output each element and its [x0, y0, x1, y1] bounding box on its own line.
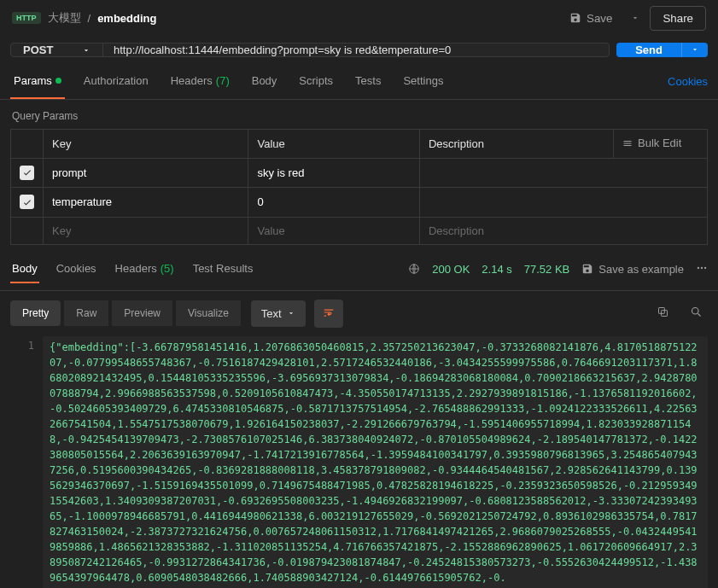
chevron-down-icon	[287, 309, 295, 317]
column-value: Value	[248, 130, 419, 159]
wrap-toggle-button[interactable]	[314, 300, 343, 328]
breadcrumb-actions: Save Share	[561, 6, 706, 31]
chevron-down-icon	[82, 46, 90, 55]
send-dropdown-button[interactable]	[681, 43, 708, 57]
row-value[interactable]: 0	[248, 188, 419, 218]
resp-tab-headers-label: Headers	[115, 262, 157, 275]
resp-tab-body[interactable]: Body	[10, 255, 39, 283]
save-dropdown-button[interactable]	[628, 7, 643, 30]
breadcrumb-current: embedding	[97, 12, 156, 25]
response-bar: Body Cookies Headers (5) Test Results 20…	[0, 248, 718, 291]
save-icon	[569, 12, 581, 24]
save-icon	[581, 263, 593, 275]
svg-point-6	[692, 308, 699, 315]
wrap-icon	[323, 306, 335, 318]
row-desc[interactable]	[419, 158, 707, 188]
url-input[interactable]	[103, 44, 609, 56]
table-row[interactable]: temperature 0	[11, 188, 708, 218]
view-preview[interactable]: Preview	[112, 300, 172, 326]
view-tabs: Pretty Raw Preview Visualize Text	[10, 300, 343, 328]
tab-tests[interactable]: Tests	[352, 64, 384, 99]
placeholder-desc[interactable]: Description	[419, 217, 707, 244]
more-icon	[696, 262, 708, 274]
send-button[interactable]: Send	[616, 43, 681, 57]
check-icon	[22, 167, 32, 178]
send-group: Send	[616, 43, 708, 57]
response-meta: 200 OK 2.14 s 77.52 KB Save as example	[408, 262, 708, 277]
row-value[interactable]: sky is red	[248, 158, 419, 188]
breadcrumb: HTTP 大模型 / embedding	[12, 10, 156, 26]
resp-tab-headers-count: (5)	[161, 262, 174, 275]
response-size: 77.52 KB	[524, 263, 570, 276]
line-number-gutter: 1	[10, 336, 43, 589]
request-tabs: Params Authorization Headers (7) Body Sc…	[0, 64, 718, 100]
cookies-link[interactable]: Cookies	[668, 75, 708, 88]
params-header-row: Key Value Description Bulk Edit	[11, 130, 708, 159]
svg-point-2	[701, 266, 703, 268]
request-tabs-left: Params Authorization Headers (7) Body Sc…	[10, 64, 447, 99]
view-pretty[interactable]: Pretty	[10, 300, 61, 326]
table-row[interactable]: prompt sky is red	[11, 158, 708, 188]
view-actions	[651, 300, 708, 326]
header-checkbox-cell	[11, 130, 44, 159]
response-more-button[interactable]	[696, 262, 708, 277]
response-body-text[interactable]: {"embedding":[-3.667879581451416,1.20768…	[43, 336, 708, 589]
view-controls: Pretty Raw Preview Visualize Text	[0, 291, 718, 336]
copy-button[interactable]	[651, 300, 674, 326]
resp-tab-test-results[interactable]: Test Results	[191, 255, 255, 283]
tab-scripts[interactable]: Scripts	[295, 64, 336, 99]
method-badge: HTTP	[12, 12, 41, 24]
column-desc: Description	[419, 130, 613, 159]
copy-icon	[657, 306, 669, 318]
tab-params-dot	[55, 78, 61, 84]
save-label: Save	[587, 12, 612, 25]
chevron-down-icon	[691, 45, 699, 54]
resp-tab-headers[interactable]: Headers (5)	[114, 255, 176, 283]
params-table: Key Value Description Bulk Edit prompt s…	[10, 129, 708, 245]
tab-authorization[interactable]: Authorization	[80, 64, 152, 99]
globe-icon[interactable]	[408, 263, 420, 275]
breadcrumb-folder[interactable]: 大模型	[48, 10, 81, 26]
response-time: 2.14 s	[482, 263, 511, 276]
view-raw[interactable]: Raw	[64, 300, 108, 326]
row-key[interactable]: temperature	[44, 188, 248, 218]
tab-headers[interactable]: Headers (7)	[167, 64, 233, 99]
placeholder-value[interactable]: Value	[248, 217, 419, 244]
tab-body[interactable]: Body	[248, 64, 281, 99]
view-visualize[interactable]: Visualize	[176, 300, 241, 326]
body-type-label: Text	[261, 307, 282, 320]
row-checkbox[interactable]	[20, 166, 34, 180]
save-as-example-button[interactable]: Save as example	[581, 263, 684, 276]
tab-headers-count: (7)	[216, 74, 230, 87]
method-url-box: POST	[10, 43, 610, 57]
chevron-down-icon	[631, 14, 639, 22]
svg-point-3	[704, 266, 706, 268]
tab-params-label: Params	[14, 74, 52, 87]
table-placeholder-row[interactable]: Key Value Description	[11, 217, 708, 244]
breadcrumb-bar: HTTP 大模型 / embedding Save Share	[0, 0, 718, 36]
response-body: 1 {"embedding":[-3.667879581451416,1.207…	[0, 336, 718, 589]
body-type-select[interactable]: Text	[251, 300, 306, 327]
row-checkbox[interactable]	[20, 195, 34, 209]
column-key: Key	[44, 130, 248, 159]
request-row: POST Send	[0, 36, 718, 64]
save-button[interactable]: Save	[561, 7, 621, 30]
svg-point-1	[698, 266, 699, 268]
tab-params[interactable]: Params	[10, 64, 65, 99]
bulk-edit-button[interactable]: Bulk Edit	[622, 137, 681, 149]
placeholder-key[interactable]: Key	[44, 217, 248, 244]
tab-settings[interactable]: Settings	[400, 64, 447, 99]
check-icon	[22, 197, 32, 207]
breadcrumb-sep: /	[88, 12, 91, 25]
search-icon	[690, 306, 703, 318]
row-desc[interactable]	[419, 188, 707, 218]
row-key[interactable]: prompt	[44, 158, 248, 188]
resp-tab-cookies[interactable]: Cookies	[55, 255, 98, 283]
bulk-edit-label: Bulk Edit	[638, 137, 681, 149]
search-body-button[interactable]	[685, 300, 708, 326]
bulk-edit-icon	[622, 138, 633, 148]
response-tabs: Body Cookies Headers (5) Test Results	[10, 255, 254, 283]
method-select[interactable]: POST	[11, 44, 103, 56]
response-status: 200 OK	[432, 263, 470, 276]
share-button[interactable]: Share	[650, 6, 706, 31]
